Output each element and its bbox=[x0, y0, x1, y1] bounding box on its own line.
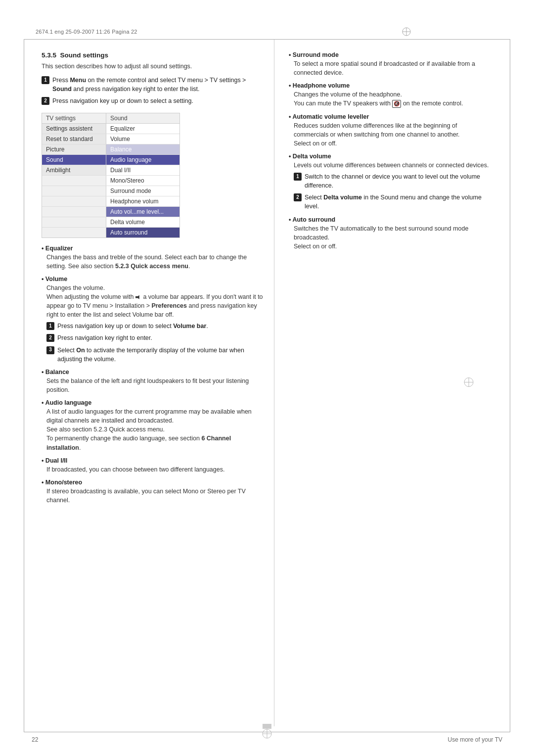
step-2: 2 Press navigation key up or down to sel… bbox=[42, 96, 264, 105]
menu-cell-equalizer: Equalizer bbox=[106, 124, 179, 134]
delta-step-2-text: Select Delta volume in the Sound menu an… bbox=[305, 193, 492, 211]
header-text: 2674.1 eng 25-09-2007 11:26 Pagina 22 bbox=[36, 29, 137, 35]
menu-cell-headphone-volume: Headphone volum bbox=[106, 196, 179, 206]
bullet-surround-mode-title: Surround mode bbox=[289, 51, 492, 58]
bullet-auto-surround: Auto surround Switches the TV automatica… bbox=[289, 216, 492, 251]
delta-step-1: 1 Switch to the channel or device you wa… bbox=[294, 172, 492, 190]
volume-step-2: 2 Press navigation key right to enter. bbox=[46, 333, 264, 342]
menu-row-6: Mono/Stereo bbox=[42, 176, 179, 186]
menu-cell-delta-volume: Delta volume bbox=[106, 217, 179, 227]
delta-step-1-text: Switch to the channel or device you want… bbox=[305, 172, 492, 190]
right-column: Surround mode To select a more spatial s… bbox=[274, 40, 502, 726]
menu-cell-ambilight: Ambilight bbox=[42, 165, 106, 175]
menu-cell-settings-assistent: Settings assistent bbox=[42, 124, 106, 134]
step-2-number: 2 bbox=[42, 97, 49, 105]
delta-step-1-num: 1 bbox=[294, 173, 302, 181]
bullet-volume-title: Volume bbox=[42, 276, 264, 283]
header-bar: 2674.1 eng 25-09-2007 11:26 Pagina 22 bbox=[24, 24, 510, 40]
volume-step-2-num: 2 bbox=[46, 334, 54, 342]
bullet-mono-stereo-title: Mono/stereo bbox=[42, 479, 264, 486]
page-border-right bbox=[510, 24, 510, 732]
menu-header-right: Sound bbox=[106, 113, 179, 123]
menu-cell-empty-10 bbox=[42, 217, 106, 227]
bullet-volume: Volume Changes the volume. When adjustin… bbox=[42, 276, 264, 364]
section-intro: This section describes how to adjust all… bbox=[42, 62, 264, 71]
bullet-mono-stereo-text: If stereo broadcasting is available, you… bbox=[42, 487, 264, 505]
menu-cell-picture: Picture bbox=[42, 144, 106, 154]
bullet-mono-stereo: Mono/stereo If stereo broadcasting is av… bbox=[42, 479, 264, 505]
volume-step-1: 1 Press navigation key up or down to sel… bbox=[46, 322, 264, 331]
bullet-equalizer: Equalizer Changes the bass and treble of… bbox=[42, 245, 264, 271]
menu-cell-empty-7 bbox=[42, 186, 106, 196]
section-heading: 5.3.5 Sound settings bbox=[42, 51, 264, 59]
volume-step-3-text: Select On to activate the temporarily di… bbox=[57, 346, 264, 364]
bullet-auto-volume-leveller: Automatic volume leveller Reduces sudden… bbox=[289, 113, 492, 148]
bullet-surround-mode-text: To select a more spatial sound if broadc… bbox=[289, 59, 492, 77]
menu-cell-sound: Sound bbox=[42, 155, 106, 165]
menu-row-2: Reset to standard Volume bbox=[42, 134, 179, 144]
volume-step-3-num: 3 bbox=[46, 346, 54, 354]
bullet-volume-text: Changes the volume. When adjusting the v… bbox=[42, 284, 264, 320]
menu-header-left: TV settings bbox=[42, 113, 106, 123]
volume-step-1-num: 1 bbox=[46, 322, 54, 330]
bullet-dual-text: If broadcasted, you can choose between t… bbox=[42, 465, 264, 474]
bullet-delta-volume-title: Delta volume bbox=[289, 153, 492, 160]
bullet-audio-language-title: Audio language bbox=[42, 399, 264, 406]
bullet-auto-surround-text: Switches the TV automatically to the bes… bbox=[289, 224, 492, 251]
volume-substeps: 1 Press navigation key up or down to sel… bbox=[42, 322, 264, 364]
step-2-text: Press navigation key up or down to selec… bbox=[52, 96, 264, 105]
menu-cell-empty-11 bbox=[42, 228, 106, 237]
bullet-headphone-volume-text: Changes the volume of the headphone. You… bbox=[289, 90, 492, 108]
menu-row-9: Auto vol...me level... bbox=[42, 207, 179, 217]
menu-cell-auto-surround: Auto surround bbox=[106, 228, 179, 237]
crosshair-right-icon bbox=[463, 377, 475, 390]
mute-icon: 🔇̸ bbox=[392, 100, 401, 108]
left-column: 5.3.5 Sound settings This section descri… bbox=[32, 40, 274, 726]
bullet-audio-language: Audio language A list of audio languages… bbox=[42, 399, 264, 452]
menu-row-8: Headphone volum bbox=[42, 196, 179, 207]
menu-cell-auto-vol: Auto vol...me level... bbox=[106, 207, 179, 217]
menu-row-10: Delta volume bbox=[42, 217, 179, 228]
menu-row-4: Sound Audio language bbox=[42, 155, 179, 165]
bullet-dual: Dual I/II If broadcasted, you can choose… bbox=[42, 457, 264, 474]
menu-cell-dual: Dual I/II bbox=[106, 165, 179, 175]
menu-cell-mono-stereo: Mono/Stereo bbox=[106, 176, 179, 186]
bullet-delta-volume: Delta volume Levels out volume differenc… bbox=[289, 153, 492, 211]
menu-cell-volume: Volume bbox=[106, 134, 179, 144]
step-1: 1 Press Menu on the remote control and s… bbox=[42, 76, 264, 94]
menu-table: TV settings Sound Settings assistent Equ… bbox=[42, 113, 180, 238]
menu-cell-empty-9 bbox=[42, 207, 106, 217]
step-1-text: Press Menu on the remote control and sel… bbox=[52, 76, 264, 94]
main-content: 5.3.5 Sound settings This section descri… bbox=[32, 40, 502, 726]
bullet-balance-title: Balance bbox=[42, 369, 264, 376]
menu-row-5: Ambilight Dual I/II bbox=[42, 165, 179, 176]
footer-page-number: 22 bbox=[32, 736, 38, 743]
volume-step-3: 3 Select On to activate the temporarily … bbox=[46, 346, 264, 364]
bullet-headphone-volume-title: Headphone volume bbox=[289, 82, 492, 89]
bullet-dual-title: Dual I/II bbox=[42, 457, 264, 464]
menu-row-7: Surround mode bbox=[42, 186, 179, 196]
bullet-balance-text: Sets the balance of the left and right l… bbox=[42, 377, 264, 394]
bullet-headphone-volume: Headphone volume Changes the volume of t… bbox=[289, 82, 492, 108]
menu-row-3: Picture Balance bbox=[42, 144, 179, 155]
delta-step-2: 2 Select Delta volume in the Sound menu … bbox=[294, 193, 492, 211]
menu-cell-balance: Balance bbox=[106, 144, 179, 154]
volume-step-1-text: Press navigation key up or down to selec… bbox=[57, 322, 264, 331]
bullet-balance: Balance Sets the balance of the left and… bbox=[42, 369, 264, 394]
bullet-surround-mode: Surround mode To select a more spatial s… bbox=[289, 51, 492, 77]
menu-cell-surround-mode: Surround mode bbox=[106, 186, 179, 196]
menu-header-row: TV settings Sound bbox=[42, 113, 179, 124]
page-thumb bbox=[263, 724, 271, 729]
delta-step-2-num: 2 bbox=[294, 193, 302, 201]
volume-icon bbox=[135, 295, 141, 299]
bullet-equalizer-text: Changes the bass and treble of the sound… bbox=[42, 253, 264, 271]
menu-cell-reset: Reset to standard bbox=[42, 134, 106, 144]
footer-right-text: Use more of your TV bbox=[448, 736, 502, 743]
menu-row-1: Settings assistent Equalizer bbox=[42, 124, 179, 134]
bullet-equalizer-title: Equalizer bbox=[42, 245, 264, 252]
menu-cell-empty-6 bbox=[42, 176, 106, 186]
menu-row-11: Auto surround bbox=[42, 228, 179, 237]
step-1-number: 1 bbox=[42, 76, 49, 84]
bullet-auto-volume-leveller-title: Automatic volume leveller bbox=[289, 113, 492, 120]
volume-step-2-text: Press navigation key right to enter. bbox=[57, 333, 264, 342]
